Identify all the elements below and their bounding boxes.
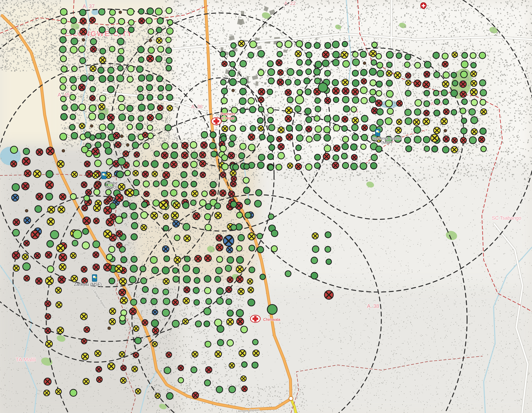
map-viewport[interactable]: LILONGWE CITYA. 37A. 45A. 36A. 22A. 24A.… [0,0,532,413]
basemap-layer [0,0,532,413]
